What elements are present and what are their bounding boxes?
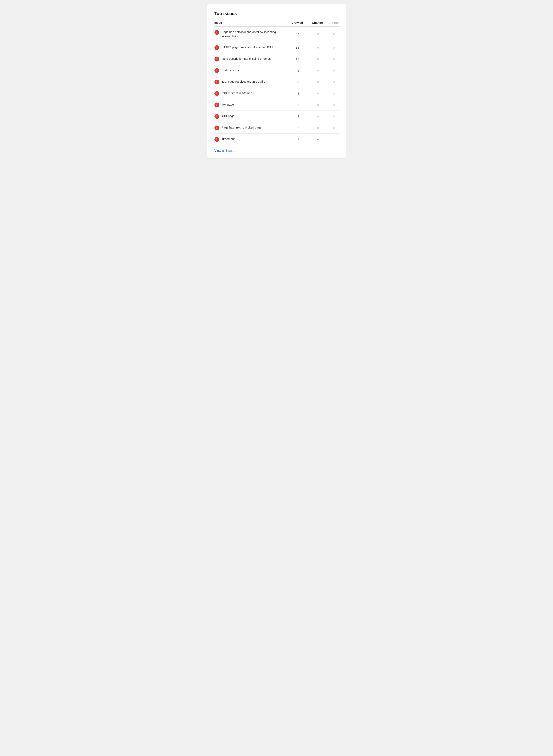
card-title: Top issues [215, 11, 339, 16]
issue-text: 404 page [222, 102, 234, 107]
change-value: 0 [317, 32, 319, 36]
table-row[interactable]: 3XX redirect in sitemap300 [215, 88, 339, 99]
change-value: 0 [317, 115, 319, 118]
header-added: Added [323, 21, 339, 24]
crawled-value: 3 [283, 92, 303, 95]
added-value: 0 [323, 46, 339, 49]
crawled-value: 2 [283, 103, 303, 107]
top-issues-card: Top issues Issue Crawled Change Added Pa… [207, 4, 346, 158]
change-value: 0 [317, 103, 319, 107]
issue-cell: Meta description tag missing or empty [215, 57, 283, 62]
error-icon [215, 114, 219, 119]
change-cell: 0 [303, 46, 323, 49]
change-cell: 1 [303, 137, 323, 141]
added-value: 0 [323, 80, 339, 84]
added-value: 0 [323, 57, 339, 61]
issue-text: Page has nofollow and dofollow incoming … [222, 30, 283, 38]
table-body: Page has nofollow and dofollow incoming … [215, 27, 339, 145]
crawled-value: 13 [283, 57, 303, 61]
issue-cell: Timed out [215, 137, 283, 142]
error-icon [215, 91, 219, 96]
issue-text: HTTPS page has internal links to HTTP [222, 45, 273, 50]
issue-text: 3XX page receives organic traffic [222, 80, 265, 84]
view-all-issues-link[interactable]: View all issues [215, 149, 235, 153]
change-cell: 0 [303, 115, 323, 118]
added-value: 0 [323, 115, 339, 118]
arrow-up-icon [317, 138, 319, 140]
issue-cell: Page has links to broken page [215, 125, 283, 130]
crawled-value: 6 [283, 80, 303, 84]
crawled-value: 69 [283, 32, 303, 36]
issue-cell: Page has nofollow and dofollow incoming … [215, 30, 283, 38]
issue-text: Redirect chain [222, 68, 241, 72]
table-row[interactable]: 4XX page200 [215, 111, 339, 122]
change-value: 1 [314, 137, 316, 141]
header-issue: Issue [215, 21, 283, 24]
change-value: 0 [317, 57, 319, 61]
crawled-value: 1 [283, 137, 303, 141]
error-icon [215, 57, 219, 62]
change-value: 0 [317, 46, 319, 49]
change-cell: 0 [303, 80, 323, 84]
crawled-value: 16 [283, 46, 303, 49]
issue-text: Meta description tag missing or empty [222, 57, 272, 61]
change-cell: 0 [303, 103, 323, 107]
added-value: 0 [323, 32, 339, 36]
header-change: Change [303, 21, 323, 24]
error-icon [215, 125, 219, 130]
error-icon [215, 137, 219, 142]
error-icon [215, 103, 219, 107]
error-icon [215, 45, 219, 50]
table-row[interactable]: 3XX page receives organic traffic600 [215, 76, 339, 88]
issue-cell: 4XX page [215, 114, 283, 119]
change-value: 0 [317, 92, 319, 95]
issue-text: 4XX page [222, 114, 235, 118]
added-value: 0 [323, 69, 339, 72]
table-header: Issue Crawled Change Added [215, 21, 339, 27]
issue-text: Page has links to broken page [222, 125, 261, 130]
change-value: 0 [317, 126, 319, 129]
change-cell: 0 [303, 126, 323, 129]
change-cell: 0 [303, 92, 323, 95]
crawled-value: 6 [283, 69, 303, 72]
table-row[interactable]: 404 page200 [215, 99, 339, 111]
crawled-value: 2 [283, 126, 303, 129]
added-value: 0 [323, 103, 339, 107]
table-row[interactable]: Redirect chain600 [215, 65, 339, 76]
table-row[interactable]: Page has links to broken page200 [215, 122, 339, 134]
issue-cell: Redirect chain [215, 68, 283, 73]
added-value: 0 [323, 92, 339, 95]
issue-cell: HTTPS page has internal links to HTTP [215, 45, 283, 50]
added-value: 0 [323, 126, 339, 129]
issue-text: 3XX redirect in sitemap [222, 91, 252, 95]
table-row[interactable]: Page has nofollow and dofollow incoming … [215, 27, 339, 42]
change-value: 0 [317, 80, 319, 84]
change-cell: 0 [303, 57, 323, 61]
change-cell: 0 [303, 32, 323, 36]
issue-cell: 404 page [215, 102, 283, 107]
table-row[interactable]: Timed out111 [215, 134, 339, 145]
added-value: 1 [323, 137, 339, 141]
issue-cell: 3XX page receives organic traffic [215, 80, 283, 84]
table-row[interactable]: HTTPS page has internal links to HTTP160… [215, 42, 339, 54]
change-value: 0 [317, 69, 319, 72]
change-cell: 0 [303, 69, 323, 72]
header-crawled: Crawled [283, 21, 303, 24]
error-icon [215, 68, 219, 73]
error-icon [215, 80, 219, 84]
error-icon [215, 30, 219, 35]
issue-text: Timed out [222, 137, 235, 141]
crawled-value: 2 [283, 115, 303, 118]
table-row[interactable]: Meta description tag missing or empty130… [215, 54, 339, 65]
issue-cell: 3XX redirect in sitemap [215, 91, 283, 96]
